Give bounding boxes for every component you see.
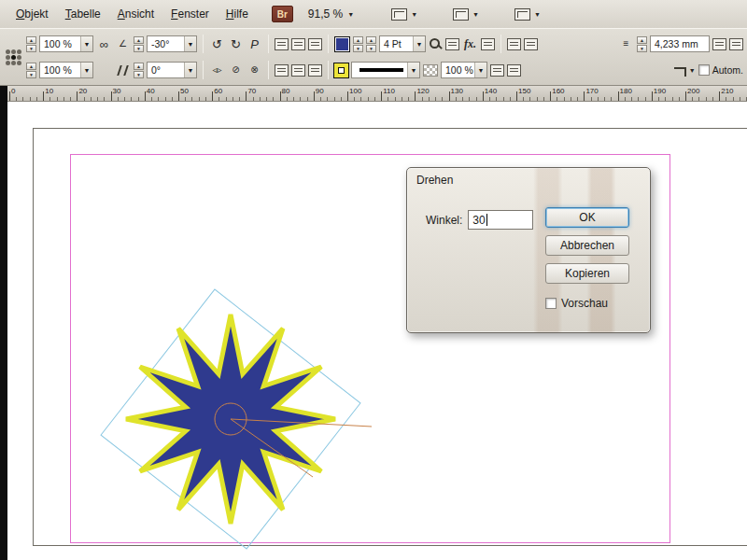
menu-ansicht[interactable]: Ansicht bbox=[109, 3, 162, 25]
chevron-down-icon: ▼ bbox=[407, 63, 419, 77]
effects-button[interactable]: fx. bbox=[462, 36, 478, 52]
angle-value: 30 bbox=[472, 214, 485, 227]
stroke-weight-stepper[interactable]: ▲▼ bbox=[366, 36, 376, 52]
horizontal-ruler[interactable]: 0102030405060708090100110120130140150160… bbox=[7, 86, 747, 102]
offset-stepper[interactable]: ▲▼ bbox=[637, 36, 647, 52]
align-right-icon[interactable] bbox=[308, 64, 322, 77]
divider bbox=[500, 35, 501, 53]
clear-transform-icon[interactable]: ⊗ bbox=[247, 63, 262, 78]
scale-x-field[interactable]: 100 % ▼ bbox=[39, 35, 93, 52]
screen-mode-icon bbox=[453, 8, 469, 21]
scale-y-field[interactable]: 100 % ▼ bbox=[39, 62, 93, 78]
menu-tabelle[interactable]: Tabelle bbox=[57, 3, 109, 25]
divider bbox=[203, 61, 204, 79]
fit-frame-icon[interactable] bbox=[507, 64, 521, 77]
flip-vertical-icon[interactable]: ⊘ bbox=[228, 63, 244, 78]
search-icon[interactable] bbox=[429, 37, 443, 51]
distribute-horizontal-icon[interactable] bbox=[275, 38, 289, 50]
preview-checkbox[interactable] bbox=[545, 298, 557, 309]
zoom-level-dropdown[interactable]: 91,5 % ▼ bbox=[303, 5, 359, 23]
text-wrap-bounding-icon[interactable] bbox=[524, 38, 538, 50]
effects-target-icon[interactable] bbox=[445, 38, 459, 50]
menu-hilfe[interactable]: Hilfe bbox=[218, 3, 257, 25]
stroke-weight-field[interactable]: 4 Pt ▼ bbox=[379, 35, 426, 52]
shear-stepper[interactable]: ▲▼ bbox=[134, 63, 144, 78]
opacity-icon bbox=[423, 64, 438, 77]
chevron-down-icon: ▼ bbox=[80, 63, 92, 77]
angle-input[interactable]: 30 bbox=[468, 210, 533, 230]
shear-icon bbox=[115, 63, 131, 78]
text-wrap-none-icon[interactable] bbox=[507, 38, 521, 50]
ok-button[interactable]: OK bbox=[545, 207, 629, 228]
auto-checkbox[interactable] bbox=[698, 64, 710, 76]
shear-angle-field[interactable]: 0° ▼ bbox=[147, 62, 197, 78]
opacity-field[interactable]: 100 % ▼ bbox=[441, 62, 487, 78]
chevron-down-icon: ▼ bbox=[474, 63, 486, 77]
flip-horizontal-icon[interactable]: ◃▹ bbox=[209, 63, 225, 78]
divider bbox=[328, 35, 329, 53]
offset-field[interactable]: 4,233 mm bbox=[650, 35, 710, 52]
constrain-proportions-icon[interactable]: ∞ bbox=[96, 36, 112, 52]
view-options-icon bbox=[391, 8, 407, 21]
page-layout-icon[interactable] bbox=[712, 38, 726, 50]
stroke-style-preview bbox=[359, 68, 403, 72]
divider bbox=[328, 61, 329, 79]
text-caret bbox=[486, 214, 487, 226]
chevron-down-icon: ▼ bbox=[80, 36, 92, 51]
copy-button[interactable]: Kopieren bbox=[545, 263, 629, 284]
align-left-icon[interactable] bbox=[275, 64, 289, 77]
rotation-angle-icon: ∠ bbox=[115, 36, 131, 52]
cancel-button[interactable]: Abbrechen bbox=[545, 235, 629, 256]
menu-objekt[interactable]: Objekt bbox=[7, 3, 57, 25]
screen-mode-button[interactable]: ▼ bbox=[449, 6, 483, 23]
fit-content-icon[interactable] bbox=[490, 64, 504, 77]
scale-y-stepper[interactable]: ▲▼ bbox=[26, 63, 36, 78]
document-canvas[interactable]: Drehen Winkel: 30 OK Abbrechen Kopieren … bbox=[7, 102, 747, 560]
chevron-down-icon: ▼ bbox=[534, 11, 541, 18]
rotation-stepper[interactable]: ▲▼ bbox=[134, 36, 144, 52]
rotate-dialog: Drehen Winkel: 30 OK Abbrechen Kopieren … bbox=[406, 167, 651, 333]
baseline-grid-icon: ≡ bbox=[618, 36, 634, 52]
bridge-button[interactable]: Br bbox=[272, 6, 293, 22]
swatch-stepper[interactable]: ▲▼ bbox=[353, 36, 363, 52]
chevron-down-icon: ▼ bbox=[184, 63, 196, 77]
spacer-icon bbox=[96, 63, 112, 78]
rotation-angle-field[interactable]: -30° ▼ bbox=[147, 35, 197, 52]
view-options-button[interactable]: ▼ bbox=[388, 6, 421, 23]
chevron-down-icon: ▼ bbox=[184, 36, 196, 51]
fill-swatch[interactable] bbox=[334, 36, 350, 52]
preview-label: Vorschau bbox=[561, 297, 608, 310]
distribute-vertical-icon[interactable] bbox=[291, 38, 305, 50]
control-panel: ▲▼ 100 % ▼ ∞ ∠ ▲▼ -30° ▼ ↺ ↻ P ▲▼ ▲▼ bbox=[0, 28, 747, 86]
free-transform-icon[interactable]: P bbox=[247, 36, 262, 52]
distribute-space-icon[interactable] bbox=[308, 38, 322, 50]
rotate-cw-icon[interactable]: ↻ bbox=[228, 36, 244, 52]
chevron-down-icon: ▼ bbox=[413, 36, 425, 51]
angle-label: Winkel: bbox=[426, 214, 462, 227]
chevron-down-icon: ▼ bbox=[472, 11, 479, 18]
corner-options-icon[interactable] bbox=[674, 67, 686, 77]
chevron-down-icon: ▼ bbox=[347, 11, 354, 18]
scale-x-stepper[interactable]: ▲▼ bbox=[26, 36, 36, 52]
zoom-level-value: 91,5 % bbox=[308, 7, 343, 21]
divider bbox=[268, 61, 269, 79]
divider bbox=[268, 35, 269, 53]
dialog-title: Drehen bbox=[407, 168, 650, 187]
reference-point-proxy[interactable] bbox=[6, 49, 21, 65]
drop-shadow-icon[interactable] bbox=[481, 38, 495, 50]
rotate-ccw-icon[interactable]: ↺ bbox=[209, 36, 225, 52]
divider bbox=[203, 35, 204, 53]
vertical-ruler[interactable] bbox=[0, 86, 7, 560]
arrange-documents-button[interactable]: ▼ bbox=[511, 6, 544, 23]
chevron-down-icon: ▼ bbox=[411, 11, 417, 18]
menu-bar: Objekt Tabelle Ansicht Fenster Hilfe Br … bbox=[0, 0, 747, 28]
menu-fenster[interactable]: Fenster bbox=[162, 3, 218, 25]
stroke-style-dropdown[interactable]: ▼ bbox=[351, 62, 420, 78]
auto-label: Autom. bbox=[712, 64, 743, 76]
arrange-documents-icon bbox=[514, 8, 530, 21]
align-center-icon[interactable] bbox=[291, 64, 305, 77]
panel-toggle-icon[interactable] bbox=[729, 38, 743, 50]
stroke-swatch[interactable] bbox=[334, 63, 348, 77]
chevron-down-icon: ▼ bbox=[689, 67, 696, 74]
